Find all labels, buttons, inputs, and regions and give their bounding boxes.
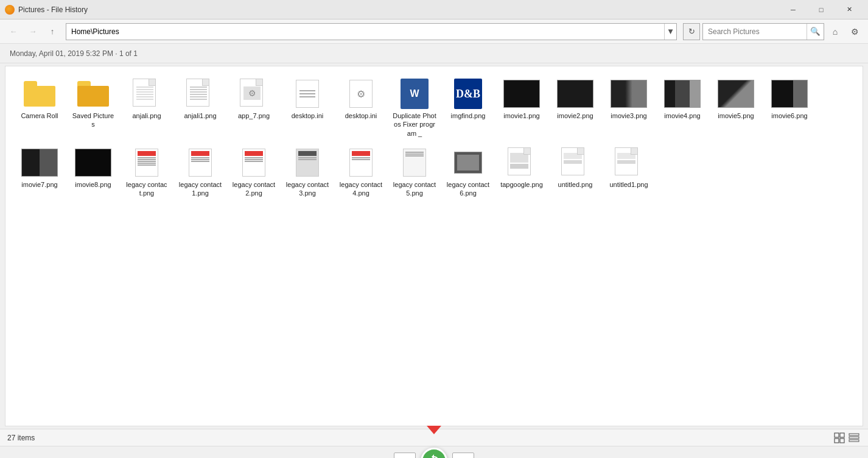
list-item[interactable]: legacy contact2.png [229,145,278,200]
list-item[interactable]: imovie3.png [604,76,653,140]
arrow-head [427,426,441,434]
list-item[interactable]: imovie2.png [551,76,600,140]
address-dropdown-button[interactable]: ▼ [664,24,676,40]
list-item[interactable]: D&B imgfind.png [444,76,492,140]
file-icon [503,79,540,109]
file-icon [503,147,540,178]
list-item[interactable]: Camera Roll [15,76,64,140]
list-item[interactable]: tapgoogle.png [497,145,546,200]
item-count: 27 items [7,434,35,442]
list-item[interactable]: anjali1.png [176,76,225,140]
file-icon [557,79,593,109]
file-label: imgfind.png [451,111,486,120]
search-button[interactable]: 🔍 [807,24,824,40]
list-item[interactable]: Saved Pictures [69,76,117,140]
file-label: legacy contact6.png [446,180,490,198]
list-item[interactable]: imovie8.png [69,145,117,200]
file-icon [396,147,433,178]
details-view-button[interactable] [847,432,861,444]
maximize-button[interactable]: □ [807,0,835,19]
file-label: imovie2.png [557,111,593,120]
search-box: 🔍 [702,23,824,40]
close-button[interactable]: ✕ [835,0,863,19]
list-item[interactable]: desktop.ini [283,76,332,140]
list-item[interactable]: W Duplicate Photos Fixer program _ [390,76,439,140]
minimize-button[interactable]: ─ [779,0,807,19]
files-grid: Camera Roll Saved Pictures [15,76,853,200]
file-icon: D&B [450,79,486,109]
file-icon [21,147,58,178]
list-item[interactable]: legacy contact6.png [444,145,492,200]
svg-text:D&B: D&B [456,88,480,100]
svg-rect-4 [835,439,839,443]
search-input[interactable] [703,27,807,36]
list-item[interactable]: ⚙ desktop.ini [337,76,385,140]
app-icon [5,5,15,15]
list-item[interactable]: ⚙ app_7.png [229,76,278,140]
list-item[interactable]: legacy contact3.png [283,145,332,200]
file-label: legacy contact4.png [339,180,383,198]
list-item[interactable]: imovie1.png [497,76,546,140]
back-button[interactable]: ← [5,23,22,40]
medium-icons-view-button[interactable] [833,432,846,444]
list-item[interactable]: imovie4.png [658,76,707,140]
list-item[interactable]: legacy contact5.png [390,145,439,200]
prev-button[interactable]: ◀◀ [394,453,416,459]
settings-button[interactable]: ⚙ [846,23,863,40]
list-item[interactable]: imovie5.png [712,76,760,140]
window-controls: ─ □ ✕ [779,0,863,19]
list-item[interactable]: legacy contact1.png [176,145,225,200]
file-icon [236,147,272,178]
svg-rect-7 [849,437,859,439]
home-button[interactable]: ⌂ [827,23,844,40]
refresh-button[interactable]: ↻ [683,23,700,40]
file-label: anjali1.png [184,111,216,120]
file-icon [450,147,486,178]
up-button[interactable]: ↑ [44,23,61,40]
file-label: Camera Roll [21,111,58,120]
address-input[interactable] [66,27,664,36]
folder-icon [21,79,58,109]
restore-container [421,448,447,459]
file-label: app_7.png [238,111,270,120]
forward-button[interactable]: → [24,23,41,40]
file-label: untitled.png [558,180,593,189]
file-label: Duplicate Photos Fixer program _ [393,111,436,138]
file-icon [771,79,808,109]
file-icon [75,147,111,178]
list-item[interactable]: legacy contact4.png [337,145,385,200]
file-icon [611,79,647,109]
svg-rect-3 [840,433,844,437]
window-title: Pictures - File History [18,5,779,14]
list-item[interactable]: legacy contact.png [122,145,171,200]
list-item[interactable]: imovie7.png [15,145,64,200]
list-item[interactable]: untitled.png [551,145,600,200]
file-label: imovie1.png [503,111,539,120]
restore-button[interactable] [421,448,447,459]
file-label: legacy contact1.png [178,180,222,198]
toolbar: ← → ↑ ▼ ↻ 🔍 ⌂ ⚙ [0,19,868,44]
list-item[interactable]: anjali.png [122,76,171,140]
svg-rect-6 [849,434,859,435]
file-label: legacy contact.png [125,180,169,198]
file-label: legacy contact5.png [393,180,436,198]
file-label: untitled1.png [610,180,648,189]
list-item[interactable]: imovie6.png [765,76,814,140]
file-icon [343,147,379,178]
file-label: imovie7.png [21,180,57,189]
view-controls [833,432,861,444]
file-icon: ⚙ [343,79,379,109]
nav-bottom: ◀◀ ▶▶ [0,446,868,458]
file-view: Camera Roll Saved Pictures [5,66,863,426]
list-item[interactable]: untitled1.png [604,145,653,200]
file-icon [611,147,647,178]
file-icon [128,79,165,109]
next-button[interactable]: ▶▶ [452,453,474,459]
file-icon [289,79,326,109]
file-label: desktop.ini [292,111,324,120]
file-label: imovie6.png [771,111,807,120]
status-text: Monday, April 01, 2019 5:32 PM · 1 of 1 [10,49,138,58]
file-icon [128,147,165,178]
file-label: Saved Pictures [71,111,115,129]
file-label: legacy contact3.png [285,180,329,198]
